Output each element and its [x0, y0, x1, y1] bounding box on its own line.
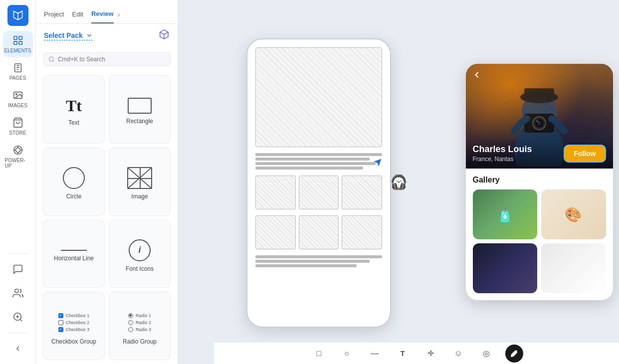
edit-nav[interactable]: Edit [72, 5, 83, 23]
app-logo[interactable] [7, 5, 28, 26]
sidebar-divider [8, 253, 28, 254]
move-tool[interactable]: ✛ [421, 345, 439, 363]
follow-button[interactable]: Follow [564, 145, 606, 163]
circle-tool[interactable]: ○ [338, 345, 356, 363]
wf-grid-cell-3 [342, 176, 382, 209]
element-rectangle-label: Rectangle [126, 118, 153, 125]
wf-bottom-line-3 [255, 264, 357, 267]
collapse-icon-btn[interactable] [7, 338, 28, 359]
sidebar-item-pages[interactable]: PAGES [3, 58, 33, 85]
svg-rect-4 [14, 64, 21, 72]
checkbox-icon: ✓ Checkbox 1 Checkbox 2 ✓ Checkbox 3 [56, 311, 92, 334]
svg-point-14 [14, 289, 18, 293]
wf-text-line-3 [255, 162, 376, 165]
gallery-item-skincare[interactable] [473, 189, 538, 239]
gallery-item-watch[interactable] [473, 243, 538, 293]
sidebar-item-images-label: IMAGES [8, 103, 27, 108]
profile-name: Charles Louis [473, 144, 532, 155]
wf-top-image [255, 47, 382, 147]
3d-cube-icon[interactable] [159, 29, 170, 42]
review-nav[interactable]: Review [91, 5, 114, 23]
search-input[interactable] [58, 56, 165, 63]
profile-hero-overlay: Charles Louis France, Nantas Follow [466, 138, 613, 169]
brush-tool[interactable] [505, 345, 523, 363]
sidebar: ELEMENTS PAGES IMAGES STORE [0, 0, 36, 364]
element-text[interactable]: Tt Text [43, 75, 105, 144]
target-tool[interactable]: ◎ [477, 345, 495, 363]
profile-location: France, Nantas [473, 156, 532, 163]
wf-grid-1 [255, 176, 382, 209]
gallery-section: Gallery [466, 169, 613, 300]
element-circle[interactable]: Circle [43, 148, 105, 216]
wf-text-block [255, 153, 382, 170]
chat-icon-btn[interactable] [7, 259, 28, 280]
svg-point-9 [15, 148, 20, 152]
sidebar-item-powerup[interactable]: POWER-UP [3, 141, 33, 173]
nav-chevron: › [118, 10, 120, 18]
element-radio[interactable]: Radio 1 Radio 2 Radio 3 Radio Group [109, 292, 171, 360]
wf-grid-cell-1 [255, 176, 296, 209]
svg-point-28 [511, 356, 512, 357]
element-image[interactable]: Image [109, 148, 171, 216]
wf-text-line-2 [255, 158, 370, 161]
element-checkbox[interactable]: ✓ Checkbox 1 Checkbox 2 ✓ Checkbox 3 Che… [43, 292, 105, 360]
element-checkbox-label: Checkbox Group [51, 338, 96, 345]
checkbox-1-box: ✓ [58, 313, 63, 318]
profile-card: Charles Louis France, Nantas Follow Gall… [466, 64, 613, 300]
profile-back-button[interactable] [472, 70, 482, 82]
wf-bottom-text-block [255, 255, 382, 267]
elements-panel: Project Edit Review › Select Pack Tt [36, 0, 178, 364]
element-circle-label: Circle [66, 193, 82, 200]
bottom-toolbar: □ ○ — T ✛ ☺ ◎ [214, 342, 619, 364]
gallery-grid [473, 189, 606, 293]
emoji-tool[interactable]: ☺ [449, 345, 467, 363]
element-hline-label: Horizontal Line [54, 255, 94, 262]
sidebar-divider-2 [8, 333, 28, 333]
zoom-icon-btn[interactable] [7, 307, 28, 328]
wf-bottom-line-2 [255, 260, 370, 263]
element-text-label: Text [68, 119, 79, 126]
select-pack-button[interactable]: Select Pack [44, 31, 93, 40]
element-fonticons-label: Font Icons [126, 265, 154, 272]
element-rectangle[interactable]: Rectangle [109, 75, 171, 144]
wf-grid-cell-2 [299, 176, 339, 209]
rect-icon [128, 98, 152, 114]
circle-icon [63, 167, 85, 189]
line-tool[interactable]: — [366, 345, 384, 363]
gallery-item-palette[interactable] [541, 189, 606, 239]
svg-rect-1 [18, 36, 21, 39]
project-nav[interactable]: Project [44, 5, 64, 23]
sidebar-item-images[interactable]: IMAGES [3, 86, 33, 112]
element-hline[interactable]: Horizontal Line [43, 220, 105, 288]
checkbox-3-box: ✓ [58, 327, 63, 332]
checkbox-2-box [58, 320, 63, 325]
wf-bottom-line-1 [255, 255, 382, 258]
image-icon [127, 167, 152, 189]
radio-icon: Radio 1 Radio 2 Radio 3 [126, 311, 153, 334]
fonticons-icon: i [129, 239, 151, 261]
sidebar-item-store[interactable]: STORE [3, 113, 33, 140]
wf-grid-2 [255, 215, 382, 249]
radio-2-circle [128, 320, 133, 325]
sidebar-item-store-label: STORE [9, 130, 26, 136]
wf-text-line-1 [255, 153, 382, 156]
profile-hero: Charles Louis France, Nantas Follow [466, 64, 613, 169]
users-icon-btn[interactable] [7, 283, 28, 304]
svg-point-16 [49, 57, 54, 61]
element-radio-label: Radio Group [123, 338, 157, 345]
wf-grid-cell-4 [255, 215, 296, 249]
text-tool[interactable]: T [394, 345, 412, 363]
radio-3-circle [128, 327, 133, 332]
gallery-item-headphones[interactable] [541, 243, 606, 293]
search-bar [43, 52, 171, 66]
element-image-label: Image [131, 193, 148, 200]
element-fonticons[interactable]: i Font Icons [109, 220, 171, 288]
wf-send-icon [373, 158, 382, 170]
square-tool[interactable]: □ [310, 345, 328, 363]
radio-1-circle [128, 313, 133, 318]
hline-icon [61, 250, 87, 251]
svg-rect-0 [13, 36, 16, 39]
wf-text-line-4 [255, 167, 363, 170]
sidebar-item-elements[interactable]: ELEMENTS [3, 31, 33, 57]
sidebar-item-powerup-label: POWER-UP [5, 158, 31, 169]
